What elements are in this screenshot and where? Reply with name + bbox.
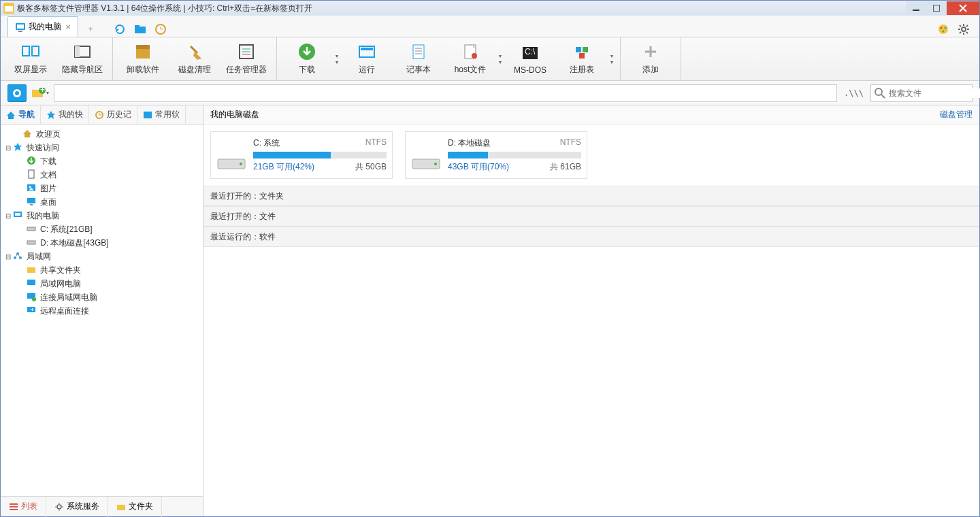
hide-nav-button[interactable]: 隐藏导航区 — [56, 39, 108, 80]
box-icon — [133, 42, 152, 61]
dual-screen-button[interactable]: 双屏显示 — [5, 39, 56, 80]
plus-icon — [641, 42, 660, 61]
task-icon — [237, 42, 256, 61]
star-icon — [46, 110, 56, 120]
gear-icon[interactable] — [958, 23, 971, 37]
folder-icon — [116, 502, 126, 512]
refresh-icon[interactable] — [114, 23, 127, 37]
disk-d[interactable]: D: 本地磁盘NTFS 43GB 可用(70%)共 61GB — [405, 131, 587, 179]
new-tab-button[interactable]: ＋ — [81, 20, 100, 37]
folder-icon[interactable] — [134, 23, 148, 37]
dropdown-icon[interactable]: ▾▾ — [608, 46, 616, 73]
clock-icon[interactable] — [154, 23, 168, 37]
section-recent-software[interactable]: 最近运行的：软件 — [203, 227, 979, 247]
disk-label: D: 本地磁盘 — [448, 137, 491, 149]
minimize-button[interactable] — [906, 1, 926, 15]
svg-rect-3 — [933, 5, 940, 12]
search-icon — [874, 87, 886, 99]
search-box[interactable]: ✕ — [870, 84, 973, 102]
section-recent-folders[interactable]: 最近打开的：文件夹 — [203, 186, 979, 206]
new-folder-button[interactable]: +▾ — [31, 84, 50, 102]
dropdown-icon[interactable]: ▾▾ — [496, 46, 504, 73]
home-icon — [22, 129, 33, 139]
tree-connectlan[interactable]: 连接局域网电脑 — [1, 290, 203, 304]
tree-shared[interactable]: 共享文件夹 — [1, 263, 203, 277]
download-button[interactable]: 下载 — [281, 39, 333, 80]
tree-lanpc[interactable]: 局域网电脑 — [1, 277, 203, 290]
bottom-tabs: 列表 系统服务 文件夹 — [1, 496, 203, 516]
path-end-icon[interactable]: .\\\ — [841, 88, 866, 98]
tree-rdp[interactable]: 远程桌面连接 — [1, 304, 203, 318]
svg-rect-7 — [17, 24, 24, 29]
terminal-icon: C:\ — [521, 44, 540, 63]
run-button[interactable]: 运行 — [341, 39, 393, 80]
svg-point-16 — [945, 27, 947, 29]
notepad-button[interactable]: 记事本 — [393, 39, 444, 80]
disk-manage-link[interactable]: 磁盘管理 — [940, 109, 973, 120]
path-input[interactable] — [54, 84, 837, 102]
tree-downloads[interactable]: 下载 — [1, 154, 203, 168]
home-icon — [6, 110, 16, 120]
msdos-button[interactable]: C:\ MS-DOS — [504, 39, 556, 80]
svg-point-88 — [57, 505, 61, 509]
svg-rect-72 — [15, 213, 20, 216]
maximize-button[interactable] — [926, 1, 947, 15]
rdp-icon — [27, 305, 37, 316]
dual-screen-icon — [21, 42, 40, 61]
search-input[interactable] — [889, 88, 980, 98]
sidetab-nav[interactable]: 导航 — [1, 105, 41, 124]
tree-welcome[interactable]: 欢迎页 — [1, 127, 203, 141]
run-icon — [357, 42, 376, 61]
gear-icon — [54, 502, 64, 512]
disk-total: 共 50GB — [355, 161, 387, 173]
svg-point-15 — [941, 27, 943, 29]
disk-usage-bar — [253, 152, 387, 159]
connect-icon — [27, 292, 37, 303]
tree-lan[interactable]: ⊟局域网 — [1, 250, 203, 263]
tree-computer[interactable]: ⊟我的电脑 — [1, 209, 203, 222]
bottomtab-list[interactable]: 列表 — [1, 497, 46, 517]
host-button[interactable]: host文件 — [444, 39, 496, 80]
svg-line-26 — [960, 32, 961, 33]
tree-drive-d[interactable]: D: 本地磁盘[43GB] — [1, 236, 203, 250]
tab-close-icon[interactable]: ✕ — [65, 23, 71, 31]
close-button[interactable] — [947, 1, 979, 15]
disk-fs: NTFS — [365, 137, 387, 149]
tab-my-computer[interactable]: 我的电脑 ✕ — [7, 16, 78, 37]
regedit-button[interactable]: 注册表 — [556, 39, 608, 80]
home-nav-button[interactable] — [7, 84, 27, 102]
uninstall-button[interactable]: 卸载软件 — [117, 39, 169, 80]
section-recent-files[interactable]: 最近打开的：文件 — [203, 206, 979, 227]
svg-rect-80 — [27, 267, 35, 273]
task-manager-button[interactable]: 任务管理器 — [220, 39, 272, 80]
dropdown-icon[interactable]: ▾▾ — [333, 46, 341, 73]
palette-icon[interactable] — [937, 23, 951, 37]
titlebar: 极客多标签文件管理器 V1.3.1 | 64位操作系统 | 小技巧: Ctrl+… — [1, 1, 979, 16]
svg-rect-28 — [32, 46, 39, 56]
ribbon-toolbar: 双屏显示 隐藏导航区 卸载软件 磁盘清理 任务管理器 — [1, 37, 979, 81]
svg-line-33 — [191, 46, 197, 53]
app-icon — [143, 110, 152, 120]
tree-drive-c[interactable]: C: 系统[21GB] — [1, 222, 203, 236]
sidetab-quick[interactable]: 我的快 — [41, 105, 89, 124]
bottomtab-folders[interactable]: 文件夹 — [108, 497, 162, 517]
tree-documents[interactable]: 文档 — [1, 168, 203, 182]
tree-desktop[interactable]: 桌面 — [1, 195, 203, 209]
app-icon — [3, 3, 14, 14]
disk-clean-button[interactable]: 磁盘清理 — [169, 39, 220, 80]
disk-usage-bar — [448, 152, 581, 159]
sidetab-common[interactable]: 常用软 — [137, 105, 186, 124]
nav-bar: +▾ .\\\ ✕ — [1, 81, 979, 105]
tree-quick-access[interactable]: ⊟快速访问 — [1, 141, 203, 154]
svg-rect-40 — [361, 48, 373, 50]
disk-c[interactable]: C: 系统NTFS 21GB 可用(42%)共 50GB — [210, 131, 393, 179]
disks-title: 我的电脑磁盘 — [210, 109, 259, 120]
tree-pictures[interactable]: 图片 — [1, 182, 203, 195]
svg-rect-66 — [29, 170, 34, 178]
add-button[interactable]: 添加 — [625, 39, 676, 80]
sidetab-history[interactable]: 历史记 — [89, 105, 137, 124]
folder-icon — [27, 265, 37, 276]
broom-icon — [185, 42, 204, 61]
bottomtab-services[interactable]: 系统服务 — [46, 497, 108, 517]
svg-rect-93 — [117, 505, 125, 510]
